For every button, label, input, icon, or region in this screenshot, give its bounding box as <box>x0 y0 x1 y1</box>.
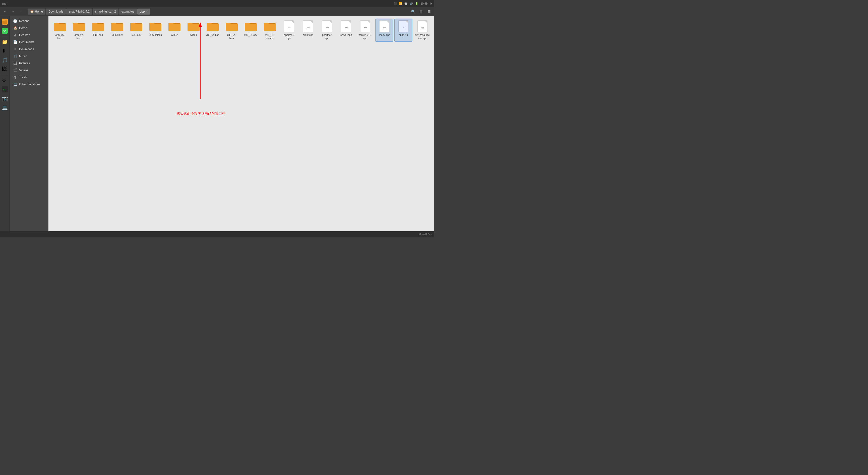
sidebar-item-other-locations[interactable]: 💻 Other Locations <box>10 81 48 88</box>
topbar-time: 10:49 <box>421 2 428 5</box>
file-label-arm_v7-linux: arm_v7-linux <box>74 33 84 40</box>
dock-item-camera[interactable]: 📷 <box>1 94 9 102</box>
toolbar: ← → ↑ 🏠 Home Downloads snap7-full-1.4.2 … <box>0 7 434 16</box>
file-item-x86_64-bsd[interactable]: x86_64-bsd <box>204 19 222 42</box>
breadcrumb-home[interactable]: 🏠 Home <box>28 8 45 14</box>
music-icon: 🎵 <box>13 54 17 58</box>
dock-item-terminal[interactable]: $_ <box>1 85 9 93</box>
file-icon-srv_resourceless.cpp: .cpp <box>416 20 429 32</box>
dock-item-download[interactable]: ⬇ <box>1 47 9 55</box>
folder-icon-i386-linux <box>111 20 123 32</box>
svg-rect-22 <box>168 24 181 31</box>
downloads-icon: ⬇ <box>13 47 17 51</box>
dock-item-music[interactable]: 🎵 <box>1 56 9 64</box>
breadcrumb-snap7-2[interactable]: snap7-full-1.4.2 <box>93 8 119 14</box>
file-icon-server.cpp: .cpp <box>340 20 352 32</box>
file-item-apartner.cpp[interactable]: .cpp apartner.cpp <box>280 19 298 42</box>
sidebar-item-home[interactable]: 🏠 Home <box>10 25 48 32</box>
breadcrumb-examples[interactable]: examples <box>119 8 137 14</box>
topbar-bluetooth-icon: ⬤ <box>404 2 407 5</box>
svg-rect-31 <box>226 24 238 31</box>
file-item-i386-bsd[interactable]: i386-bsd <box>89 19 107 42</box>
sidebar-item-downloads[interactable]: ⬇ Downloads <box>10 46 48 53</box>
home-sidebar-icon: 🏠 <box>13 26 17 30</box>
file-icon-snap7.cpp: .cpp <box>378 20 390 32</box>
file-icon-client.cpp: .cpp <box>302 20 314 32</box>
file-label-server_v10.cpp: server_v10.cpp <box>359 33 372 40</box>
svg-rect-37 <box>264 24 276 31</box>
sidebar-item-trash[interactable]: 🗑 Trash <box>10 74 48 81</box>
menu-button[interactable]: ☰ <box>426 8 433 15</box>
folder-icon-i386-solaris <box>149 20 161 32</box>
file-label-x86_64-osx: x86_64-osx <box>244 33 257 37</box>
file-label-ppartner.cpp: ppartner.cpp <box>322 33 332 40</box>
topbar-nvidia-icon: ⬛ <box>394 2 397 5</box>
main-area: Qt 📁 ⬇ 🎵 🖼 ⚙ $_ 📷 💻 🕐 Re <box>0 16 434 231</box>
file-item-client.cpp[interactable]: .cpp client.cpp <box>299 19 317 42</box>
sidebar-item-desktop[interactable]: 🖥 Desktop <box>10 32 48 39</box>
file-item-snap7.h[interactable]: .h snap7.h <box>394 19 412 42</box>
file-label-i386-bsd: i386-bsd <box>93 33 103 37</box>
file-label-i386-linux: i386-linux <box>112 33 123 37</box>
file-item-i386-solaris[interactable]: i386-solaris <box>146 19 164 42</box>
dock-item-settings[interactable]: ⚙ <box>1 77 9 84</box>
app-title: cpp <box>2 2 6 5</box>
topbar-wifi-icon: 📶 <box>399 2 402 5</box>
file-item-x86_64-linux[interactable]: x86_64-linux <box>223 19 241 42</box>
breadcrumb-downloads[interactable]: Downloads <box>46 8 66 14</box>
file-area[interactable]: arm_v6-linux arm_v7-linux i386-bsd i386-… <box>49 16 434 231</box>
file-label-snap7.cpp: snap7.cpp <box>378 33 390 37</box>
sidebar-item-music[interactable]: 🎵 Music <box>10 53 48 60</box>
file-item-x86_64-osx[interactable]: x86_64-osx <box>242 19 260 42</box>
tab-close-icon[interactable]: ✕ <box>146 10 148 13</box>
file-item-snap7.cpp[interactable]: .cpp snap7.cpp <box>375 19 393 42</box>
dock-separator-2 <box>2 75 8 75</box>
folder-icon-i386-osx <box>130 20 142 32</box>
toolbar-right: 🔍 ⊞ ☰ <box>409 8 433 15</box>
home-icon: 🏠 <box>30 10 34 13</box>
taskbar-info: Mon 01 Jan <box>419 233 432 236</box>
breadcrumb-cpp[interactable]: cpp ✕ <box>137 8 150 14</box>
trash-icon: 🗑 <box>13 76 17 79</box>
file-item-x86_64-solaris[interactable]: x86_64-solaris <box>261 19 279 42</box>
sidebar-item-pictures[interactable]: 🖼 Pictures <box>10 60 48 67</box>
folder-icon-x86_64-solaris <box>264 20 276 32</box>
sidebar-item-videos[interactable]: 🎬 Videos <box>10 67 48 74</box>
search-button[interactable]: 🔍 <box>409 8 416 15</box>
dock-item-qt[interactable]: Qt <box>1 27 9 35</box>
topbar-battery-icon: 🔋 <box>415 2 418 5</box>
folder-icon-x86_64-bsd <box>207 20 219 32</box>
topbar-sound-icon: 🔊 <box>409 2 413 5</box>
nav-back-button[interactable]: ← <box>1 8 8 15</box>
dock-item-image[interactable]: 🖼 <box>1 65 9 73</box>
svg-rect-25 <box>187 24 199 31</box>
nav-up-button[interactable]: ↑ <box>18 8 25 15</box>
file-label-client.cpp: client.cpp <box>303 33 313 37</box>
file-item-i386-osx[interactable]: i386-osx <box>127 19 145 42</box>
file-item-ppartner.cpp[interactable]: .cpp ppartner.cpp <box>318 19 336 42</box>
svg-rect-19 <box>149 24 161 31</box>
svg-rect-13 <box>111 24 123 31</box>
file-item-arm_v7-linux[interactable]: arm_v7-linux <box>70 19 88 42</box>
file-item-win32[interactable]: win32 <box>165 19 184 42</box>
file-label-x86_64-bsd: x86_64-bsd <box>206 33 219 37</box>
sidebar-item-documents[interactable]: 📄 Documents <box>10 39 48 46</box>
view-toggle-button[interactable]: ⊞ <box>417 8 425 15</box>
dock-item-files[interactable] <box>1 18 9 26</box>
sidebar: 🕐 Recent 🏠 Home 🖥 Desktop 📄 Documents ⬇ … <box>9 16 49 231</box>
nav-forward-button[interactable]: → <box>9 8 17 15</box>
file-item-win64[interactable]: win64 <box>185 19 203 42</box>
file-item-arm_v6-linux[interactable]: arm_v6-linux <box>51 19 69 42</box>
svg-rect-28 <box>207 24 219 31</box>
file-item-server.cpp[interactable]: .cpp server.cpp <box>337 19 355 42</box>
file-item-server_v10.cpp[interactable]: .cpp server_v10.cpp <box>356 19 374 42</box>
dock-item-folder[interactable]: 📁 <box>1 38 9 46</box>
file-item-i386-linux[interactable]: i386-linux <box>108 19 126 42</box>
dock-separator-1 <box>2 36 8 36</box>
sidebar-item-recent[interactable]: 🕐 Recent <box>10 18 48 25</box>
folder-icon-arm_v6-linux <box>54 20 66 32</box>
pictures-icon: 🖼 <box>13 61 17 65</box>
dock-item-system[interactable]: 💻 <box>1 103 9 112</box>
breadcrumb-snap7-1[interactable]: snap7-full-1.4.2 <box>66 8 92 14</box>
file-item-srv_resourceless.cpp[interactable]: .cpp srv_resourceless.cpp <box>413 19 432 42</box>
